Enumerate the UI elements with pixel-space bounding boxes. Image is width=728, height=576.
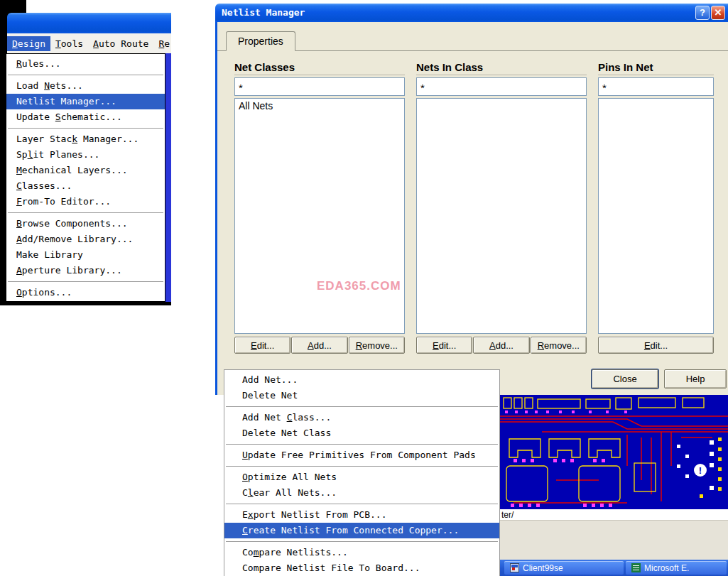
layer-tab[interactable]: ter/ [499, 509, 728, 521]
design-menu-item-mechanical-layers[interactable]: Mechanical Layers... [6, 163, 165, 178]
pins-in-net-filter-input[interactable] [598, 77, 714, 96]
net-classes-column: Net Classes All Nets Edit...Add...Remove… [234, 61, 405, 354]
status-strip [499, 521, 728, 560]
context-menu-item-delete-net[interactable]: Delete Net [224, 388, 499, 403]
edit-button[interactable]: Edit... [234, 337, 290, 354]
nets-in-class-buttons: Edit...Add...Remove... [416, 337, 587, 354]
design-menu-separator [6, 210, 165, 216]
design-menu-separator [6, 72, 165, 78]
tab-strip: Properties [217, 31, 728, 51]
screen: DesignToolsAuto RouteRe Rules...Load Net… [0, 0, 728, 576]
design-menu-item-layer-stack-manager[interactable]: Layer Stack Manager... [6, 131, 165, 147]
menubar-item-design[interactable]: Design [7, 36, 50, 51]
context-menu-item-add-net-class[interactable]: Add Net Class... [224, 410, 499, 425]
context-menu-separator [224, 538, 499, 545]
app-title-bar [7, 13, 171, 33]
design-menu-item-load-nets[interactable]: Load Nets... [6, 78, 165, 94]
list-item-all-nets[interactable]: All Nets [235, 99, 404, 113]
pcb-canvas: ! [499, 395, 728, 509]
edit-button[interactable]: Edit... [598, 337, 714, 354]
dialog-title-bar: Netlist Manager [215, 4, 728, 22]
excel-icon [631, 563, 641, 572]
context-menu-item-export-netlist-from-pcb[interactable]: Export Netlist From PCB... [224, 507, 499, 523]
menubar-item-tools[interactable]: Tools [50, 36, 88, 51]
menubar-item-auto-route[interactable]: Auto Route [88, 36, 153, 51]
taskbar-button-label: Client99se [523, 563, 563, 573]
design-menu-item-add-remove-library[interactable]: Add/Remove Library... [6, 232, 165, 247]
dialog-title: Netlist Manager [222, 7, 305, 18]
help-button[interactable]: Help [664, 369, 727, 388]
design-menu-item-split-planes[interactable]: Split Planes... [6, 147, 165, 163]
menubar-item-re[interactable]: Re [153, 36, 171, 51]
design-menu-item-aperture-library[interactable]: Aperture Library... [6, 263, 165, 278]
design-menu-item-browse-components[interactable]: Browse Components... [6, 216, 165, 232]
netlist-manager-dialog: Netlist Manager ? ✕ Properties Net Class… [215, 4, 728, 395]
design-menu-item-update-schematic[interactable]: Update Schematic... [6, 109, 165, 125]
context-menu-item-update-free-primitives-from-component-pads[interactable]: Update Free Primitives From Component Pa… [224, 447, 499, 463]
context-menu-item-compare-netlist-file-to-board[interactable]: Compare Netlist File To Board... [224, 560, 499, 576]
taskbar: Client99seMicrosoft E. [490, 560, 728, 576]
context-menu-item-compare-netlists[interactable]: Compare Netlists... [224, 545, 499, 560]
context-menu-separator [224, 501, 499, 507]
design-menu-item-options[interactable]: Options... [6, 285, 165, 300]
pcb-app-window-fragment: DesignToolsAuto RouteRe Rules...Load Net… [0, 13, 171, 305]
app-menubar: DesignToolsAuto RouteRe [7, 33, 171, 53]
context-menu-item-add-net[interactable]: Add Net... [224, 372, 499, 388]
design-menu-item-from-to-editor[interactable]: From-To Editor... [6, 194, 165, 210]
help-icon[interactable]: ? [695, 6, 710, 20]
close-icon[interactable]: ✕ [711, 6, 725, 20]
nets-in-class-column: Nets In Class Edit...Add...Remove... [416, 61, 587, 354]
add-button[interactable]: Add... [473, 337, 529, 354]
client99se-icon [510, 563, 519, 572]
context-menu-item-clear-all-nets[interactable]: Clear All Nets... [224, 485, 499, 501]
context-menu-separator [224, 463, 499, 469]
close-button[interactable]: Close [592, 369, 658, 388]
context-menu-item-optimize-all-nets[interactable]: Optimize All Nets [224, 469, 499, 485]
net-classes-filter-input[interactable] [234, 77, 405, 96]
tab-properties[interactable]: Properties [226, 31, 295, 51]
add-button[interactable]: Add... [291, 337, 347, 354]
window-edge-strip [165, 53, 171, 302]
net-classes-list[interactable]: All Nets [234, 98, 405, 334]
design-menu-item-netlist-manager[interactable]: Netlist Manager... [6, 94, 165, 109]
taskbar-button-client99se[interactable]: Client99se [504, 561, 624, 575]
design-menu-item-classes[interactable]: Classes... [6, 178, 165, 194]
taskbar-button-label: Microsoft E. [644, 563, 689, 573]
design-menu-separator [6, 278, 165, 285]
pins-in-net-column: Pins In Net Edit... [598, 61, 714, 354]
pcb-alert-icon: ! [699, 465, 702, 476]
design-menu-dropdown: Rules...Load Nets...Netlist Manager...Up… [6, 53, 165, 302]
pins-in-net-buttons: Edit... [598, 337, 714, 354]
remove-button[interactable]: Remove... [349, 337, 405, 354]
nets-in-class-filter-input[interactable] [416, 77, 587, 96]
design-menu-item-make-library[interactable]: Make Library [6, 247, 165, 263]
context-menu-item-create-netlist-from-connected-copper[interactable]: Create Netlist From Connected Copper... [224, 523, 499, 538]
context-menu-separator [224, 441, 499, 447]
context-menu-separator [224, 403, 499, 410]
pcb-view[interactable]: ! [499, 395, 728, 509]
net-classes-buttons: Edit...Add...Remove... [234, 337, 405, 354]
dialog-left-border [215, 22, 217, 395]
nets-in-class-header: Nets In Class [416, 61, 587, 75]
design-menu-separator [6, 125, 165, 131]
nets-in-class-list[interactable] [416, 98, 587, 334]
remove-button[interactable]: Remove... [531, 337, 587, 354]
pins-in-net-list[interactable] [598, 98, 714, 334]
context-menu-item-delete-net-class[interactable]: Delete Net Class [224, 425, 499, 441]
design-menu-item-rules[interactable]: Rules... [6, 56, 165, 72]
pins-in-net-header: Pins In Net [598, 61, 714, 75]
netlist-context-menu: Add Net...Delete NetAdd Net Class...Dele… [224, 369, 500, 576]
window-corner-black [0, 0, 26, 13]
edit-button[interactable]: Edit... [416, 337, 472, 354]
taskbar-button-microsoft-e[interactable]: Microsoft E. [626, 561, 727, 575]
net-classes-header: Net Classes [234, 61, 405, 75]
